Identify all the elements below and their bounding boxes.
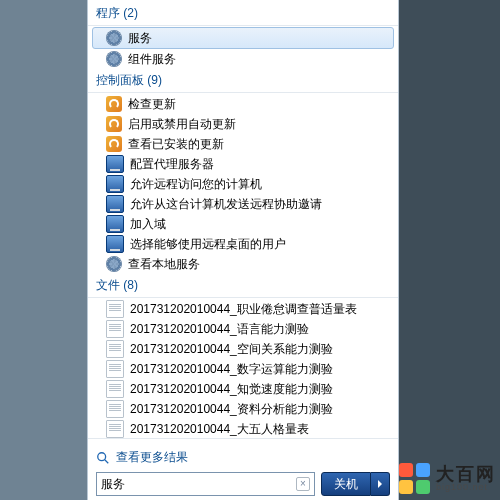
item-label: 加入域 (130, 216, 166, 233)
svg-line-1 (105, 459, 109, 463)
result-item-file[interactable]: 201731202010044_空间关系能力测验 (88, 339, 398, 359)
item-label: 允许远程访问您的计算机 (130, 176, 262, 193)
section-count: 2 (127, 6, 134, 20)
document-icon (106, 340, 124, 358)
search-input[interactable] (101, 477, 296, 491)
gear-icon (106, 30, 122, 46)
item-label: 查看已安装的更新 (128, 136, 224, 153)
result-item-file[interactable]: 201731202010044_资料分析能力测验 (88, 399, 398, 419)
search-box[interactable]: × (96, 472, 315, 496)
watermark-title: 大百网 (436, 465, 496, 483)
computer-icon (106, 155, 124, 173)
result-item-proxy[interactable]: 配置代理服务器 (88, 154, 398, 174)
document-icon (106, 400, 124, 418)
shutdown-dropdown-toggle[interactable] (371, 472, 390, 496)
item-label: 服务 (128, 30, 152, 47)
item-label: 配置代理服务器 (130, 156, 214, 173)
svg-point-0 (98, 452, 106, 460)
start-menu-search-results: 程序 (2) 服务 组件服务 控制面板 (9) 检查更新 启用或禁用自动更新 查… (87, 0, 399, 500)
item-label: 201731202010044_数字运算能力测验 (130, 361, 333, 378)
item-label: 201731202010044_大五人格量表 (130, 421, 309, 438)
item-label: 允许从这台计算机发送远程协助邀请 (130, 196, 322, 213)
item-label: 选择能够使用远程桌面的用户 (130, 236, 286, 253)
item-label: 201731202010044_语言能力测验 (130, 321, 309, 338)
computer-icon (106, 215, 124, 233)
document-icon (106, 320, 124, 338)
item-label: 组件服务 (128, 51, 176, 68)
item-label: 检查更新 (128, 96, 176, 113)
screenshot-stage: 程序 (2) 服务 组件服务 控制面板 (9) 检查更新 启用或禁用自动更新 查… (0, 0, 500, 500)
computer-icon (106, 235, 124, 253)
clear-search-icon[interactable]: × (296, 477, 310, 491)
shutdown-split-button[interactable]: 关机 (321, 472, 390, 496)
watermark-text: 大百网 big100.net (436, 465, 496, 492)
section-header-files: 文件 (8) (88, 274, 398, 298)
results-pane: 程序 (2) 服务 组件服务 控制面板 (9) 检查更新 启用或禁用自动更新 查… (88, 0, 398, 438)
result-item-services[interactable]: 服务 (92, 27, 394, 49)
section-header-programs: 程序 (2) (88, 2, 398, 26)
computer-icon (106, 175, 124, 193)
watermark: 大百网 big100.net (399, 463, 496, 494)
item-label: 启用或禁用自动更新 (128, 116, 236, 133)
result-item-allow-remote[interactable]: 允许远程访问您的计算机 (88, 174, 398, 194)
item-label: 201731202010044_空间关系能力测验 (130, 341, 333, 358)
result-item-remote-desktop-users[interactable]: 选择能够使用远程桌面的用户 (88, 234, 398, 254)
section-count: 9 (151, 73, 158, 87)
result-item-remote-assist[interactable]: 允许从这台计算机发送远程协助邀请 (88, 194, 398, 214)
document-icon (106, 300, 124, 318)
update-icon (106, 116, 122, 132)
document-icon (106, 380, 124, 398)
section-title: 控制面板 (96, 73, 144, 87)
update-icon (106, 96, 122, 112)
item-label: 201731202010044_知觉速度能力测验 (130, 381, 333, 398)
result-item-file[interactable]: 201731202010044_职业倦怠调查普适量表 (88, 299, 398, 319)
update-icon (106, 136, 122, 152)
see-more-label: 查看更多结果 (116, 449, 188, 466)
result-item-auto-update[interactable]: 启用或禁用自动更新 (88, 114, 398, 134)
result-item-file[interactable]: 201731202010044_知觉速度能力测验 (88, 379, 398, 399)
result-item-file[interactable]: 201731202010044_语言能力测验 (88, 319, 398, 339)
result-item-check-update[interactable]: 检查更新 (88, 94, 398, 114)
document-icon (106, 360, 124, 378)
item-label: 查看本地服务 (128, 256, 200, 273)
search-row: × 关机 (96, 472, 390, 496)
computer-icon (106, 195, 124, 213)
result-item-file[interactable]: 201731202010044_数字运算能力测验 (88, 359, 398, 379)
item-label: 201731202010044_资料分析能力测验 (130, 401, 333, 418)
item-label: 201731202010044_职业倦怠调查普适量表 (130, 301, 357, 318)
watermark-url: big100.net (436, 483, 496, 492)
section-title: 程序 (96, 6, 120, 20)
start-menu-footer: 查看更多结果 × 关机 (88, 438, 398, 500)
document-icon (106, 420, 124, 438)
section-header-control-panel: 控制面板 (9) (88, 69, 398, 93)
start-menu-right-panel (397, 0, 500, 500)
gear-icon (106, 256, 122, 272)
result-item-installed-updates[interactable]: 查看已安装的更新 (88, 134, 398, 154)
section-count: 8 (127, 278, 134, 292)
shutdown-button[interactable]: 关机 (321, 472, 371, 496)
chevron-right-icon (376, 480, 384, 488)
gear-icon (106, 51, 122, 67)
result-item-file[interactable]: 201731202010044_大五人格量表 (88, 419, 398, 438)
result-item-local-services[interactable]: 查看本地服务 (88, 254, 398, 274)
search-icon (96, 451, 110, 465)
result-item-component-services[interactable]: 组件服务 (88, 49, 398, 69)
section-title: 文件 (96, 278, 120, 292)
result-item-join-domain[interactable]: 加入域 (88, 214, 398, 234)
watermark-logo (399, 463, 430, 494)
see-more-results[interactable]: 查看更多结果 (96, 445, 390, 472)
shutdown-label: 关机 (334, 476, 358, 493)
